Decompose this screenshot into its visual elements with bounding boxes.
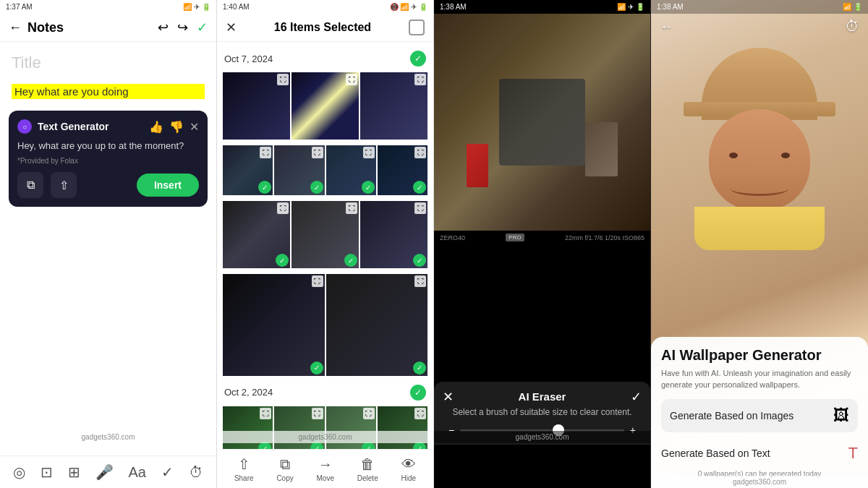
gallery-thumb[interactable]: ⛶ ✓ (378, 145, 427, 195)
bottom-icon-mic[interactable]: 🎤 (95, 463, 114, 481)
generate-from-text-button[interactable]: Generate Based on Text T (661, 438, 858, 466)
expand-icon: ⛶ (346, 202, 357, 214)
select-all-checkbox[interactable] (409, 20, 425, 35)
gallery-thumb[interactable]: ⛶ ✓ (360, 201, 427, 268)
gallery-section-oct7: Oct 7, 2024 ✓ ⛶ ⛶ ⛶ (223, 48, 427, 140)
redo-button[interactable]: ↪ (177, 20, 188, 35)
delete-label: Delete (357, 474, 378, 482)
image-option-icon: 🖼 (833, 406, 849, 425)
ai-eraser-confirm-button[interactable]: ✓ (631, 389, 642, 405)
gallery-thumb[interactable]: ⛶ (292, 72, 359, 140)
expand-icon: ⛶ (312, 275, 323, 287)
gallery-thumb[interactable]: ⛶ ✓ (274, 145, 324, 195)
check-button[interactable]: ✓ (197, 20, 208, 35)
gallery-section-arch: ⛶ ✓ ⛶ ✓ (223, 274, 427, 376)
gallery-grid-buildings: ⛶ ✓ ⛶ ✓ ⛶ ✓ ⛶ ✓ (223, 145, 427, 195)
camera-photo-main (434, 14, 650, 231)
exif-info: 22mm f/1.7/6 1/20s ISO865 (565, 234, 644, 241)
generate-from-images-button[interactable]: Generate Based on Images 🖼 (661, 399, 858, 432)
gallery-section-oct2: Oct 2, 2024 ✓ ⛶ ✓ ⛶ ✓ ⛶ ✓ (223, 382, 427, 456)
gallery-section-buildings: ⛶ ✓ ⛶ ✓ ⛶ ✓ ⛶ ✓ (223, 145, 427, 195)
status-icons-1: 📶 ✈ 🔋 (183, 3, 210, 11)
tg-close-button[interactable]: ✕ (190, 120, 199, 134)
camera-exif-bar: ZERO40 PRO 22mm f/1.7/6 1/20s ISO865 (434, 231, 650, 244)
time-4: 1:38 AM (657, 3, 684, 11)
back-button-wallpaper[interactable]: ← (660, 18, 674, 35)
gallery-section-check-oct2[interactable]: ✓ (410, 385, 426, 401)
gallery-date-label-oct2: Oct 2, 2024 (224, 387, 273, 398)
gallery-thumb[interactable]: ⛶ ✓ (223, 145, 273, 195)
copy-action[interactable]: ⧉ Copy (276, 456, 293, 482)
notes-app-title: Notes (27, 20, 64, 35)
share-action[interactable]: ⇧ Share (234, 455, 254, 482)
bottom-icon-grid[interactable]: ⊞ (68, 463, 80, 481)
bottom-icon-circle[interactable]: ◎ (13, 463, 25, 481)
gallery-thumb[interactable]: ⛶ ✓ (223, 201, 290, 268)
gallery-thumb[interactable]: ⛶ ✓ (326, 274, 428, 376)
bottom-icon-image[interactable]: ⊡ (41, 463, 53, 481)
expand-icon: ⛶ (277, 202, 289, 214)
back-button[interactable]: ← (9, 20, 22, 35)
copy-label: Copy (276, 474, 293, 482)
gallery-thumb[interactable]: ⛶ ✓ (292, 201, 359, 268)
expand-icon: ⛶ (414, 74, 426, 85)
camera-panel: 1:38 AM 📶 ✈ 🔋 ZERO40 PRO 22mm f/1.7/6 1/… (434, 0, 651, 488)
gallery-thumb[interactable]: ⛶ (360, 72, 427, 140)
expand-icon: ⛶ (414, 408, 426, 419)
delete-icon: 🗑 (360, 456, 375, 473)
ai-eraser-close-button[interactable]: ✕ (443, 389, 454, 405)
delete-action[interactable]: 🗑 Delete (357, 456, 378, 482)
move-action[interactable]: → Move (317, 456, 334, 482)
notes-highlighted-text: Hey what are you doing (12, 84, 205, 99)
tg-action-buttons: ⧉ ⇧ Insert (17, 172, 199, 198)
ai-eraser-title: AI Eraser (519, 390, 566, 403)
gallery-scroll-area[interactable]: Oct 7, 2024 ✓ ⛶ ⛶ ⛶ (217, 42, 433, 488)
hide-action[interactable]: 👁 Hide (401, 456, 416, 482)
gallery-thumb[interactable]: ⛶ ✓ (223, 274, 325, 376)
time-3: 1:38 AM (440, 3, 467, 11)
tg-copy-button[interactable]: ⧉ (17, 172, 43, 198)
bottom-icon-check[interactable]: ✓ (161, 463, 174, 481)
gallery-date-header-oct7: Oct 7, 2024 ✓ (223, 48, 427, 69)
gallery-section-check-oct7[interactable]: ✓ (410, 51, 426, 67)
gallery-close-button[interactable]: ✕ (226, 20, 237, 35)
thumbdown-button[interactable]: 👎 (169, 120, 184, 134)
gallery-section-corridor: ⛶ ✓ ⛶ ✓ ⛶ ✓ (223, 201, 427, 268)
hide-label: Hide (401, 474, 416, 482)
ai-eraser-header: ✕ AI Eraser ✓ (443, 390, 642, 403)
gallery-thumb[interactable]: ⛶ ✓ (326, 145, 376, 195)
tg-share-button[interactable]: ⇧ (51, 172, 77, 198)
tg-provider-label: *Provided by Folax (17, 157, 199, 165)
ai-wallpaper-history-button[interactable]: ⏱ (845, 18, 859, 35)
thumb-check: ✓ (310, 361, 323, 374)
bottom-icon-text[interactable]: Aa (129, 464, 146, 481)
notes-header-icons: ↩ ↪ ✓ (158, 20, 208, 35)
tg-generated-text: Hey, what are you up to at the moment? (17, 140, 199, 153)
notes-title-area: Title (0, 42, 216, 78)
thumb-actions: 👍 👎 (149, 120, 184, 134)
copy-icon: ⧉ (280, 456, 290, 473)
time-1: 1:37 AM (6, 3, 33, 11)
generate-text-label: Generate Based on Text (661, 448, 843, 459)
text-option-icon: T (848, 444, 858, 463)
status-icons-3: 📶 ✈ 🔋 (617, 3, 644, 11)
gallery-thumb[interactable]: ⛶ (223, 72, 290, 140)
tg-insert-button[interactable]: Insert (137, 174, 199, 197)
thumbup-button[interactable]: 👍 (149, 120, 163, 134)
expand-icon: ⛶ (363, 147, 375, 158)
expand-icon: ⛶ (414, 147, 426, 158)
thumb-check: ✓ (413, 361, 426, 374)
share-label: Share (234, 474, 254, 482)
expand-icon: ⛶ (312, 147, 323, 158)
tg-ai-icon: ○ (17, 119, 32, 134)
ai-wallpaper-title: AI Wallpaper Generator (661, 347, 858, 364)
tg-title: Text Generator (38, 121, 143, 132)
watermark-4: gadgets360.com (651, 476, 868, 488)
brand-label: ZERO40 (440, 234, 465, 241)
notes-title-placeholder[interactable]: Title (12, 53, 41, 72)
ai-eraser-description: Select a brush of suitable size to clear… (443, 407, 642, 417)
gallery-grid-oct7-top: ⛶ ⛶ ⛶ (223, 72, 427, 140)
undo-button[interactable]: ↩ (158, 20, 169, 35)
move-icon: → (318, 456, 333, 473)
bottom-icon-clock[interactable]: ⏱ (189, 464, 203, 481)
